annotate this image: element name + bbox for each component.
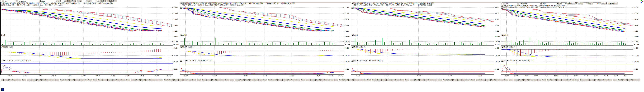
bottom-toolbar-button[interactable]: ─ (483, 79, 486, 81)
bottom-toolbar-button[interactable]: Y (219, 79, 222, 81)
bottom-toolbar-button[interactable]: Y (574, 79, 577, 81)
panel-menu-button[interactable]: ◣ (352, 2, 354, 4)
bottom-toolbar-button[interactable]: ─ (584, 79, 587, 81)
bottom-toolbar-button[interactable]: ∠ (577, 79, 580, 81)
bottom-toolbar-button[interactable]: D (503, 79, 506, 81)
bottom-toolbar-button[interactable]: L (252, 79, 255, 81)
bottom-toolbar-button[interactable]: ▶ (136, 79, 138, 81)
bottom-toolbar-button[interactable]: ─ (229, 79, 232, 81)
bottom-toolbar-button[interactable]: ▪ (158, 79, 161, 81)
bottom-toolbar-button[interactable]: ▪ (564, 79, 567, 81)
bottom-toolbar-button[interactable]: ─ (102, 79, 105, 81)
bottom-toolbar-button[interactable]: L (455, 79, 458, 81)
bottom-toolbar-button[interactable]: L (176, 79, 178, 81)
bottom-toolbar-button[interactable]: ▶ (465, 79, 468, 81)
bottom-toolbar-button[interactable]: ▪ (590, 79, 592, 81)
bottom-toolbar-button[interactable]: ⊕ (191, 79, 194, 81)
bottom-toolbar-button[interactable]: ┼ (612, 79, 615, 81)
panel4-symbol-select[interactable]: 日経225mini▼ (519, 2, 542, 4)
bottom-toolbar-button[interactable]: ─ (178, 79, 181, 81)
bottom-toolbar-button[interactable]: ∠ (196, 79, 199, 81)
bottom-toolbar-button[interactable]: ─ (255, 79, 257, 81)
apply-button[interactable]: 適用 (100, 0, 106, 2)
bottom-toolbar-button[interactable]: Y (42, 79, 44, 81)
panel4-multi-symbol-button[interactable]: 複数銘柄 (608, 2, 617, 4)
multi-symbol-button[interactable]: 複数銘柄 (106, 0, 116, 2)
bottom-toolbar-button[interactable]: ▪ (6, 79, 9, 81)
period-button-3[interactable]: 分 (74, 0, 76, 2)
bottom-toolbar-button[interactable]: ▶ (9, 79, 11, 81)
bottom-toolbar-button[interactable]: ∠ (19, 79, 21, 81)
bottom-toolbar-button[interactable]: D (326, 79, 328, 81)
bottom-toolbar-button[interactable]: L (354, 79, 356, 81)
bottom-toolbar-button[interactable]: Y (92, 79, 95, 81)
bottom-toolbar-button[interactable]: ⊕ (64, 79, 67, 81)
bottom-toolbar-button[interactable]: Y (67, 79, 70, 81)
bottom-toolbar-button[interactable]: L (100, 79, 102, 81)
panel4-apply-button[interactable]: 適用 (600, 2, 606, 4)
bottom-toolbar-button[interactable]: ▶ (186, 79, 189, 81)
bottom-toolbar-button[interactable]: ∠ (374, 79, 376, 81)
bottom-toolbar-button[interactable]: ▪ (108, 79, 110, 81)
bottom-toolbar-button[interactable]: ∠ (70, 79, 72, 81)
bottom-toolbar-button[interactable]: D (250, 79, 252, 81)
bottom-toolbar-button[interactable]: Y (346, 79, 348, 81)
bottom-toolbar-button[interactable]: ┼ (435, 79, 437, 81)
bottom-toolbar-button[interactable]: ∠ (526, 79, 529, 81)
bottom-toolbar-button[interactable]: ∠ (501, 79, 503, 81)
bottom-toolbar-button[interactable]: Y (321, 79, 323, 81)
bottom-toolbar-button[interactable]: ▶ (541, 79, 544, 81)
bottom-toolbar-button[interactable]: B (290, 79, 293, 81)
bottom-toolbar-button[interactable]: D (452, 79, 455, 81)
bottom-toolbar-button[interactable]: L (202, 79, 204, 81)
bottom-toolbar-button[interactable]: L (74, 79, 77, 81)
bottom-toolbar-button[interactable]: ∠ (95, 79, 98, 81)
bottom-toolbar-button[interactable]: ⊕ (622, 79, 625, 81)
bottom-toolbar-button[interactable]: ┼ (308, 79, 310, 81)
bottom-toolbar-button[interactable]: Y (397, 79, 399, 81)
bottom-toolbar-button[interactable]: D (72, 79, 74, 81)
panel4-period-button-4[interactable]: T (578, 2, 580, 4)
bottom-toolbar-button[interactable]: ∠ (247, 79, 250, 81)
bottom-toolbar-button[interactable]: ∠ (399, 79, 402, 81)
bottom-toolbar-button[interactable]: L (24, 79, 26, 81)
bottom-toolbar-button[interactable]: ─ (331, 79, 333, 81)
bottom-toolbar-button[interactable]: ┼ (410, 79, 412, 81)
bottom-toolbar-button[interactable]: Y (600, 79, 602, 81)
bottom-toolbar-button[interactable]: ─ (26, 79, 29, 81)
bottom-toolbar-button[interactable]: ┼ (562, 79, 564, 81)
bottom-toolbar-button[interactable]: ▪ (82, 79, 85, 81)
bottom-toolbar-button[interactable]: ▪ (615, 79, 618, 81)
bottom-toolbar-button[interactable]: B (620, 79, 622, 81)
bottom-toolbar-button[interactable]: ┼ (156, 79, 158, 81)
bottom-toolbar-button[interactable]: Y (372, 79, 374, 81)
panel4-contract-month-select[interactable]: 12/06▼ (542, 2, 559, 4)
bottom-toolbar-button[interactable]: ▪ (57, 79, 60, 81)
bottom-toolbar-button[interactable]: ⊕ (293, 79, 295, 81)
bottom-toolbar-button[interactable]: B (569, 79, 572, 81)
instrument-type-select[interactable]: 先物▼ (4, 0, 18, 2)
bottom-toolbar-button[interactable]: ┼ (206, 79, 209, 81)
bottom-toolbar-button[interactable]: ⊕ (546, 79, 549, 81)
bottom-toolbar-button[interactable]: ▶ (490, 79, 493, 81)
bottom-toolbar-button[interactable]: ▪ (539, 79, 541, 81)
bottom-toolbar-button[interactable]: D (224, 79, 227, 81)
bottom-toolbar-button[interactable]: ▪ (437, 79, 440, 81)
bottom-toolbar-button[interactable]: ⊕ (39, 79, 42, 81)
bottom-toolbar-button[interactable]: B (392, 79, 394, 81)
bottom-toolbar-button[interactable]: ▶ (262, 79, 265, 81)
bottom-toolbar-button[interactable]: ⊕ (217, 79, 219, 81)
bottom-toolbar-button[interactable]: D (123, 79, 125, 81)
bottom-toolbar-button[interactable]: ▪ (361, 79, 364, 81)
bottom-toolbar-button[interactable]: ─ (635, 79, 638, 81)
bottom-toolbar-button[interactable]: L (633, 79, 635, 81)
bottom-toolbar-button[interactable]: ∠ (222, 79, 224, 81)
bottom-toolbar-button[interactable]: D (21, 79, 24, 81)
bottom-toolbar-button[interactable]: D (98, 79, 100, 81)
bottom-toolbar-button[interactable]: B (240, 79, 242, 81)
bottom-toolbar-button[interactable]: Y (524, 79, 526, 81)
bottom-toolbar-button[interactable]: ─ (458, 79, 460, 81)
bottom-toolbar-button[interactable]: ─ (356, 79, 359, 81)
bottom-toolbar-button[interactable]: B (62, 79, 64, 81)
bottom-toolbar-button[interactable]: B (544, 79, 546, 81)
